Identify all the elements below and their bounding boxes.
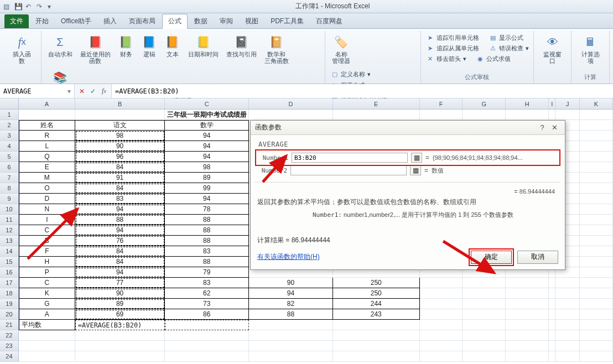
cell[interactable]	[249, 110, 333, 120]
cell[interactable]	[19, 351, 75, 362]
cell[interactable]	[580, 309, 613, 320]
cell[interactable]: P	[19, 267, 75, 278]
row-header[interactable]: 2	[0, 120, 19, 131]
cell[interactable]	[555, 330, 580, 341]
cell[interactable]	[580, 162, 613, 173]
chevron-down-icon[interactable]: ▾	[67, 87, 71, 95]
cell[interactable]	[549, 288, 555, 299]
cell[interactable]: 94	[75, 267, 165, 278]
cell[interactable]	[463, 288, 506, 299]
cell[interactable]	[506, 341, 549, 351]
undo-icon[interactable]: ↶	[25, 3, 33, 11]
cancel-button[interactable]: 取消	[517, 251, 558, 264]
cell[interactable]: 94	[165, 152, 249, 162]
cell[interactable]	[506, 309, 549, 320]
cell[interactable]: G	[19, 299, 75, 309]
cell[interactable]	[463, 341, 506, 351]
fx-icon[interactable]: fx	[99, 86, 109, 96]
table-row[interactable]: 22	[0, 330, 613, 341]
col-header[interactable]: E	[333, 98, 420, 109]
cell[interactable]	[165, 341, 249, 351]
cell[interactable]	[506, 351, 549, 362]
cell[interactable]	[580, 120, 613, 131]
name-box-input[interactable]	[3, 87, 67, 95]
cell[interactable]: M	[19, 173, 75, 183]
cell[interactable]: 88	[75, 215, 165, 225]
row-header[interactable]: 21	[0, 320, 19, 330]
cell[interactable]	[249, 330, 333, 341]
row-header[interactable]: 23	[0, 341, 19, 351]
cell[interactable]	[420, 299, 463, 309]
cell[interactable]	[420, 309, 463, 320]
cell[interactable]: 250	[333, 288, 420, 299]
cell[interactable]	[333, 330, 420, 341]
cell[interactable]: 73	[165, 299, 249, 309]
cell[interactable]: 94	[165, 194, 249, 204]
cell[interactable]	[506, 320, 549, 330]
cell[interactable]: 三年级一班期中考试成绩册	[165, 110, 249, 120]
table-row[interactable]: 24	[0, 351, 613, 362]
cell[interactable]: 99	[165, 183, 249, 194]
qat-more-icon[interactable]: ▾	[48, 3, 55, 11]
cell[interactable]: 82	[249, 299, 333, 309]
cell[interactable]	[420, 110, 463, 120]
cell[interactable]	[420, 320, 463, 330]
row-header[interactable]: 1	[0, 110, 19, 120]
cell[interactable]	[333, 320, 420, 330]
lookup-button[interactable]: 📓查找与引用	[224, 33, 259, 59]
cell[interactable]	[555, 278, 580, 288]
formula-input[interactable]: =AVERAGE(B3:B20)	[111, 84, 613, 98]
cell[interactable]	[555, 309, 580, 320]
cell[interactable]	[19, 110, 75, 120]
row-header[interactable]: 8	[0, 183, 19, 194]
cell[interactable]	[555, 299, 580, 309]
cell[interactable]: I	[19, 215, 75, 225]
tab-view[interactable]: 视图	[240, 14, 264, 28]
table-row[interactable]: 20A698688243	[0, 309, 613, 320]
row-header[interactable]: 7	[0, 173, 19, 183]
range-picker-icon[interactable]: ▦	[411, 153, 422, 163]
cell[interactable]: =AVERAGE(B3:B20)	[75, 320, 165, 330]
col-header[interactable]: H	[506, 98, 549, 109]
cell[interactable]	[420, 278, 463, 288]
cell[interactable]: 86	[165, 309, 249, 320]
cell[interactable]	[549, 330, 555, 341]
cell[interactable]	[463, 110, 506, 120]
cell[interactable]	[75, 110, 165, 120]
cell[interactable]	[580, 236, 613, 246]
dialog-titlebar[interactable]: 函数参数 ? ✕	[251, 121, 565, 135]
logical-button[interactable]: 📘逻辑	[139, 33, 159, 59]
cell[interactable]: 姓名	[19, 120, 75, 131]
cell[interactable]: B	[19, 236, 75, 246]
cell[interactable]	[506, 110, 549, 120]
col-header[interactable]: B	[75, 98, 165, 109]
col-header[interactable]: A	[19, 98, 75, 109]
cell[interactable]: O	[19, 183, 75, 194]
cell[interactable]	[463, 320, 506, 330]
cell[interactable]	[165, 351, 249, 362]
trace-dependents-button[interactable]: ➤追踪从属单元格	[425, 44, 480, 53]
cell[interactable]: 98	[165, 162, 249, 173]
cell[interactable]	[333, 110, 420, 120]
col-header[interactable]: G	[463, 98, 506, 109]
table-row[interactable]: 21平均数=AVERAGE(B3:B20)	[0, 320, 613, 330]
cell[interactable]	[580, 299, 613, 309]
row-header[interactable]: 16	[0, 267, 19, 278]
cell[interactable]	[333, 351, 420, 362]
cell[interactable]	[165, 330, 249, 341]
row-header[interactable]: 24	[0, 351, 19, 362]
cell[interactable]	[549, 299, 555, 309]
ok-button[interactable]: 确定	[471, 251, 512, 264]
table-row[interactable]: 23	[0, 341, 613, 351]
financial-button[interactable]: 📗财务	[116, 33, 136, 59]
cell[interactable]	[580, 131, 613, 141]
row-header[interactable]: 22	[0, 330, 19, 341]
cell[interactable]: L	[19, 141, 75, 152]
show-formulas-button[interactable]: ▤显示公式	[488, 33, 524, 43]
col-header[interactable]: C	[165, 98, 249, 109]
autosum-button[interactable]: Σ自动求和	[46, 33, 75, 59]
name-box[interactable]: ▾	[0, 84, 75, 98]
cell[interactable]	[506, 278, 549, 288]
cell[interactable]: 78	[165, 204, 249, 215]
cell[interactable]	[580, 194, 613, 204]
